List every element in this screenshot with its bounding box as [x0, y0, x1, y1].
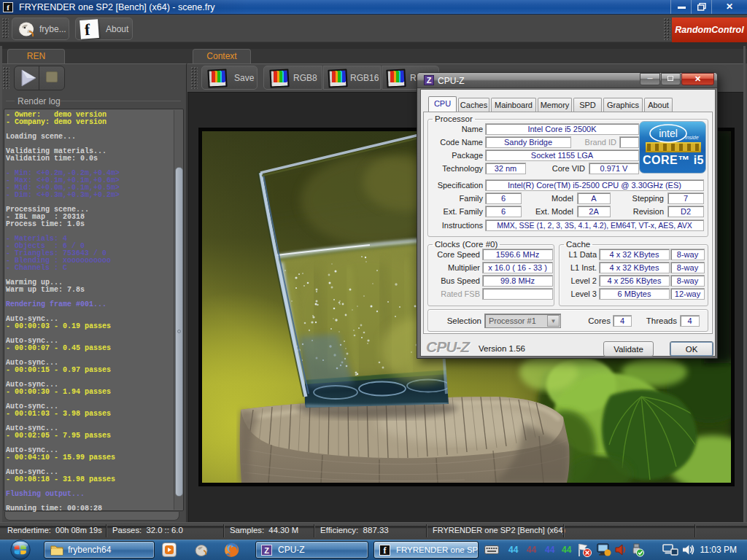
- svg-text:intel: intel: [659, 128, 678, 139]
- svg-text:inside™: inside™: [685, 135, 700, 140]
